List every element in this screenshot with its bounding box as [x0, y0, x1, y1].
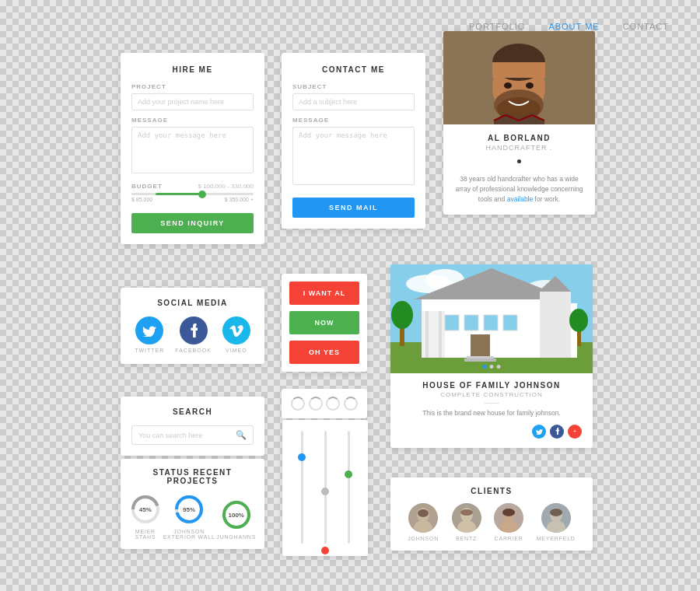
- svg-rect-21: [464, 315, 478, 330]
- budget-slider[interactable]: $ 85.000 $ 350.000 +: [131, 193, 254, 202]
- send-inquiry-button[interactable]: SEND INQUIRY: [131, 213, 254, 233]
- send-mail-button[interactable]: SEND MAIL: [292, 198, 415, 218]
- social-icons-row: TWITTER FACEBOOK VIMEO: [131, 316, 254, 353]
- profile-desc: 38 years old handcrafter who has a wide …: [453, 174, 586, 204]
- clients-row: JOHNSON BENTZ: [401, 503, 582, 541]
- budget-min: $ 85.000: [131, 197, 152, 202]
- slider-3[interactable]: [348, 431, 350, 544]
- donut-meier: 45%: [129, 493, 162, 526]
- facebook-icon[interactable]: [180, 316, 208, 344]
- vimeo-item[interactable]: VIMEO: [222, 316, 250, 353]
- nav-contact[interactable]: CONTACT: [623, 22, 669, 31]
- project-social-links: +: [401, 425, 582, 439]
- project-divider: [484, 403, 499, 404]
- project-carousel-dots: [483, 365, 501, 369]
- facebook-label: FACEBOOK: [175, 348, 212, 353]
- vertical-sliders-card: [282, 420, 368, 556]
- budget-max: $ 350.000 +: [225, 197, 254, 202]
- contact-message-textarea[interactable]: [292, 127, 415, 185]
- project-twitter-icon[interactable]: [532, 425, 546, 439]
- status-card: STATUS RECENT PROJECTS 45% MEIERSTAHS: [121, 459, 264, 549]
- donut-johnson: 95%: [173, 493, 205, 526]
- svg-rect-26: [464, 358, 496, 362]
- svg-rect-28: [439, 311, 442, 358]
- buttons-card: I WANT AL NOW OH YES: [282, 274, 367, 372]
- donut-junghanns-label: 100%: [228, 512, 243, 519]
- facebook-item[interactable]: FACEBOOK: [175, 316, 212, 353]
- search-title: SEARCH: [131, 407, 254, 416]
- dot-2[interactable]: [490, 365, 494, 369]
- twitter-icon[interactable]: [135, 316, 163, 344]
- slider-1[interactable]: [301, 431, 303, 544]
- project-subtitle: COMPLETE CONSTRUCTION: [401, 391, 582, 398]
- svg-point-54: [550, 509, 562, 516]
- client-johnson[interactable]: JOHNSON: [408, 503, 439, 541]
- svg-rect-27: [425, 311, 429, 358]
- svg-rect-20: [445, 315, 459, 330]
- svg-point-8: [526, 82, 534, 89]
- spinner-1: [291, 397, 305, 411]
- search-field[interactable]: 🔍: [131, 425, 254, 445]
- client-name-meyerfeld: MEYERFELD: [537, 536, 576, 541]
- vimeo-icon[interactable]: [222, 316, 250, 344]
- client-carrier[interactable]: CARRIER: [494, 503, 523, 541]
- status-junghanns-name: JUNGHANNS: [216, 534, 256, 540]
- client-avatar-meyerfeld: [541, 503, 571, 533]
- bottom-slider[interactable]: [290, 547, 360, 554]
- donut-meier-label: 45%: [139, 506, 152, 513]
- svg-point-42: [418, 509, 429, 517]
- search-card: SEARCH 🔍: [121, 397, 264, 456]
- status-row: 45% MEIERSTAHS 95% JOHNSONEXTERIOR WALL: [128, 493, 257, 540]
- dot-1[interactable]: [483, 365, 487, 369]
- status-junghanns: 100% JUNGHANNS: [216, 498, 256, 540]
- social-title: SOCIAL MEDIA: [131, 299, 254, 307]
- status-meier: 45% MEIERSTAHS: [129, 493, 162, 540]
- svg-rect-23: [503, 315, 517, 330]
- spinner-4: [344, 397, 358, 411]
- donut-junghanns: 100%: [220, 498, 253, 531]
- status-title: STATUS RECENT PROJECTS: [128, 468, 257, 485]
- svg-rect-6: [492, 62, 545, 78]
- hire-me-title: HIRE ME: [131, 65, 254, 74]
- subject-input[interactable]: [292, 93, 415, 110]
- search-input[interactable]: [138, 432, 236, 439]
- now-button[interactable]: NOW: [289, 311, 359, 334]
- client-avatar-bentz: [452, 503, 481, 533]
- status-meier-name: MEIERSTAHS: [135, 529, 156, 540]
- profile-card: AL BORLAND HANDCRAFTER . 38 years old ha…: [443, 31, 595, 215]
- profile-photo: [443, 31, 595, 124]
- slider-2[interactable]: [324, 431, 327, 544]
- project-input[interactable]: [131, 93, 254, 110]
- budget-label: BUDGET: [131, 183, 163, 190]
- nav-about-me[interactable]: ABOUT ME: [548, 22, 599, 31]
- i-want-al-button[interactable]: I WANT AL: [289, 282, 359, 305]
- svg-point-50: [502, 509, 515, 516]
- twitter-label: TWITTER: [135, 348, 164, 353]
- message-textarea[interactable]: [131, 127, 254, 173]
- profile-title: HANDCRAFTER .: [453, 144, 586, 152]
- client-bentz[interactable]: BENTZ: [452, 503, 481, 541]
- profile-info: AL BORLAND HANDCRAFTER . 38 years old ha…: [443, 124, 595, 215]
- profile-available-link[interactable]: available: [507, 195, 534, 203]
- subject-label: SUBJECT: [292, 83, 415, 90]
- contact-me-card: CONTACT ME SUBJECT MESSAGE SEND MAIL: [282, 53, 425, 229]
- project-desc: This is the brand new house for family j…: [401, 408, 582, 418]
- client-name-bentz: BENTZ: [456, 536, 477, 541]
- svg-point-32: [569, 309, 588, 332]
- spinner-3: [326, 397, 340, 411]
- client-meyerfeld[interactable]: MEYERFELD: [537, 503, 576, 541]
- contact-me-title: CONTACT ME: [292, 65, 415, 74]
- sliders-row: [290, 431, 360, 544]
- project-facebook-icon[interactable]: [550, 425, 564, 439]
- svg-rect-24: [471, 334, 490, 358]
- dot-3[interactable]: [497, 365, 501, 369]
- oh-yes-button[interactable]: OH YES: [289, 341, 359, 364]
- svg-point-46: [460, 509, 473, 516]
- nav-portfolio[interactable]: PORTFOLIO: [469, 22, 525, 31]
- project-other-icon[interactable]: +: [568, 425, 582, 439]
- project-name: HOUSE OF FAMILY JOHNSON: [401, 381, 582, 390]
- contact-message-label: MESSAGE: [292, 117, 415, 124]
- twitter-item[interactable]: TWITTER: [135, 316, 164, 353]
- client-name-johnson: JOHNSON: [408, 536, 439, 541]
- hire-me-card: HIRE ME PROJECT MESSAGE BUDGET $ 100.000…: [121, 53, 264, 244]
